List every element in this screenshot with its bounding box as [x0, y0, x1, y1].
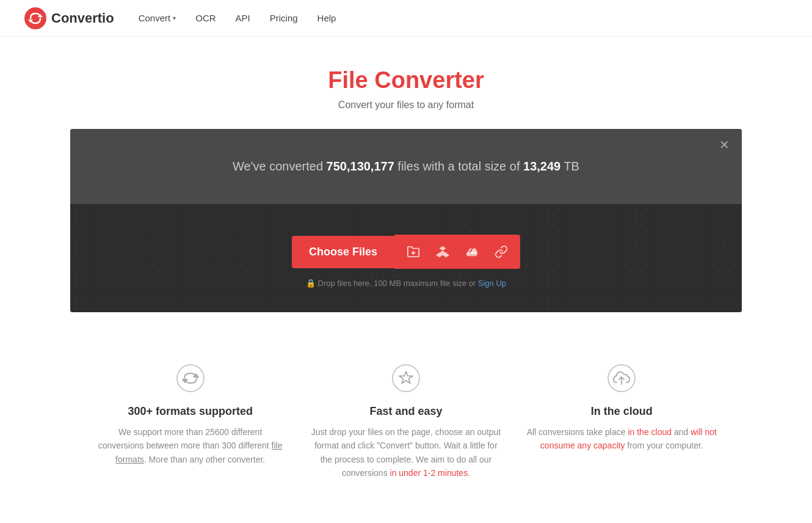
choose-files-button[interactable]: Choose Files [292, 236, 394, 268]
upload-folder-button[interactable] [404, 243, 422, 261]
nav-ocr[interactable]: OCR [195, 13, 216, 23]
refresh-icon [175, 363, 206, 393]
feature-cloud-title: In the cloud [526, 405, 717, 418]
nav-pricing[interactable]: Pricing [270, 13, 298, 23]
upload-area: Choose Files [70, 204, 742, 312]
page-title: File Converter [12, 67, 800, 93]
upload-url-button[interactable] [492, 243, 510, 261]
cloud-upload-icon [606, 363, 637, 393]
logo-icon [24, 7, 46, 29]
feature-cloud-desc: All conversions take place in the cloud … [526, 425, 717, 453]
svg-point-5 [177, 365, 204, 392]
feature-speed: Fast and easy Just drop your files on th… [310, 361, 501, 480]
logo-link[interactable]: Convertio [24, 7, 114, 29]
files-count: 750,130,177 [327, 159, 394, 173]
file-formats-link[interactable]: file formats [115, 441, 282, 464]
svg-point-8 [393, 365, 419, 392]
nav-help[interactable]: Help [317, 13, 336, 23]
feature-cloud: In the cloud All conversions take place … [526, 361, 717, 480]
close-button[interactable]: ✕ [719, 139, 730, 151]
upload-icons-row [394, 235, 520, 269]
feature-formats-title: 300+ formats supported [95, 405, 286, 418]
choose-files-row: Choose Files [266, 235, 546, 269]
nav-convert[interactable]: Convert ▾ [139, 13, 176, 23]
drop-info-text: 🔒 Drop files here. 100 MB maximum file s… [82, 279, 730, 288]
link-icon [495, 245, 508, 258]
feature-formats-desc: We support more than 25600 different con… [95, 425, 286, 466]
star-icon [391, 363, 421, 393]
lock-icon: 🔒 [306, 279, 316, 288]
formats-icon-container [173, 361, 208, 395]
feature-speed-desc: Just drop your files on the page, choose… [310, 425, 501, 480]
hero-section: File Converter Convert your files to any… [0, 37, 812, 129]
cloud-icon-container [604, 361, 639, 395]
features-section: 300+ formats supported We support more t… [70, 349, 742, 517]
hero-subtitle: Convert your files to any format [12, 100, 800, 111]
speed-icon-container [389, 361, 423, 395]
upload-gdrive-button[interactable] [463, 243, 481, 261]
upload-dropbox-button[interactable] [433, 243, 452, 261]
total-size: 13,249 [523, 159, 560, 173]
logo-text: Convertio [51, 10, 114, 26]
upload-container: ✕ We've converted 750,130,177 files with… [70, 129, 742, 312]
dropbox-icon [436, 245, 449, 258]
chevron-down-icon: ▾ [173, 15, 176, 21]
stats-text: We've converted 750,130,177 files with a… [233, 159, 579, 173]
stats-bar: We've converted 750,130,177 files with a… [70, 129, 742, 204]
google-drive-icon [465, 245, 479, 258]
folder-icon [407, 245, 420, 258]
svg-point-0 [24, 7, 46, 29]
svg-marker-9 [399, 371, 413, 384]
sign-up-link[interactable]: Sign Up [478, 279, 506, 288]
feature-speed-title: Fast and easy [310, 405, 501, 418]
nav-convert-label: Convert [139, 13, 171, 23]
feature-formats: 300+ formats supported We support more t… [95, 361, 286, 480]
nav-api[interactable]: API [236, 13, 250, 23]
navbar: Convertio Convert ▾ OCR API Pricing Help [0, 0, 812, 37]
